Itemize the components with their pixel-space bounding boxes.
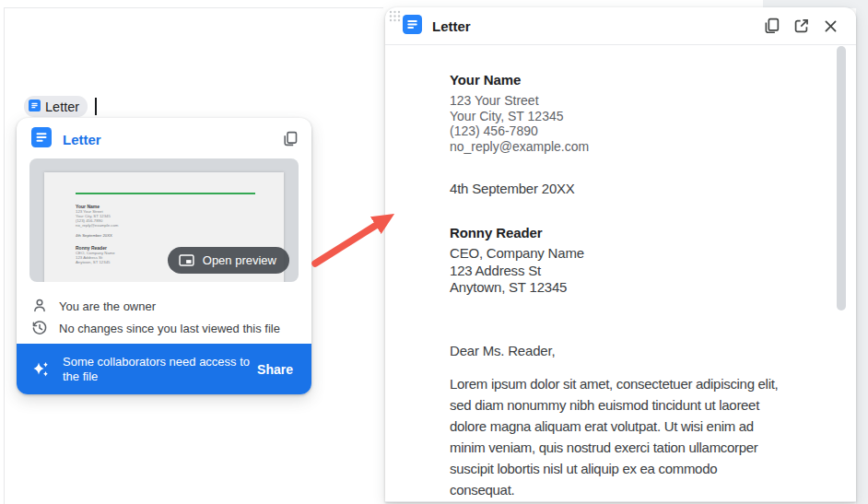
docs-icon bbox=[403, 15, 422, 38]
sparkle-icon bbox=[31, 359, 52, 380]
close-icon[interactable] bbox=[822, 18, 839, 35]
body-line: consequat. bbox=[450, 479, 778, 500]
file-hover-card: Letter Your Name 123 Your Street Your Ci… bbox=[17, 118, 311, 394]
body-line: suscipit lobortis nisl ut aliquip ex ea … bbox=[450, 458, 778, 479]
scrollbar[interactable] bbox=[837, 46, 846, 311]
background-surface bbox=[856, 0, 868, 504]
chip-label: Letter bbox=[45, 100, 79, 114]
thumb-line: Anytown, ST 12345 bbox=[76, 260, 118, 264]
thumb-date: 4th September 20XX bbox=[76, 233, 118, 238]
owner-status-text: You are the owner bbox=[59, 299, 156, 313]
recipient-line: Anytown, ST 12345 bbox=[450, 279, 584, 297]
changes-status-row: No changes since you last viewed this fi… bbox=[31, 319, 297, 337]
open-preview-label: Open preview bbox=[203, 253, 276, 267]
body-line: dolore magna aliquam erat volutpat. Ut w… bbox=[450, 416, 778, 437]
open-in-new-icon[interactable] bbox=[792, 18, 810, 35]
sender-line: 123 Your Street bbox=[450, 93, 589, 109]
document-page-top-edge bbox=[4, 7, 383, 8]
thumb-line: no_reply@example.com bbox=[76, 223, 118, 228]
letter-date: 4th September 20XX bbox=[450, 181, 575, 198]
text-cursor bbox=[95, 98, 97, 115]
person-icon bbox=[31, 298, 48, 314]
body-line: sed diam nonummy nibh euismod tincidunt … bbox=[450, 394, 778, 416]
access-banner-text: Some collaborators need access to the fi… bbox=[63, 355, 257, 384]
hover-card-header: Letter bbox=[31, 127, 299, 151]
document-page-left-edge bbox=[4, 7, 5, 504]
preview-panel-title: Letter bbox=[432, 18, 471, 34]
changes-status-text: No changes since you last viewed this fi… bbox=[59, 322, 280, 335]
recipient-name: Ronny Reader bbox=[450, 225, 543, 240]
copy-icon[interactable] bbox=[763, 18, 780, 35]
thumbnail-letterhead-rule bbox=[76, 193, 255, 194]
sender-line: Your City, ST 12345 bbox=[450, 109, 589, 124]
recipient-line: 123 Address St bbox=[450, 263, 584, 280]
picture-in-picture-icon bbox=[179, 254, 194, 266]
docs-icon bbox=[31, 127, 52, 151]
history-icon bbox=[31, 320, 48, 336]
sender-line: (123) 456-7890 bbox=[450, 123, 589, 139]
body-line: Lorem ipsum dolor sit amet, consectetuer… bbox=[450, 373, 778, 394]
docs-icon bbox=[29, 99, 41, 115]
hover-card-title[interactable]: Letter bbox=[63, 132, 101, 147]
open-preview-button[interactable]: Open preview bbox=[168, 247, 289, 274]
recipient-address: CEO, Company Name 123 Address St Anytown… bbox=[450, 245, 584, 297]
sender-address: 123 Your Street Your City, ST 12345 (123… bbox=[450, 93, 589, 154]
copy-icon[interactable] bbox=[282, 131, 299, 147]
preview-panel: Letter Your Name 123 Your Street Your Ci… bbox=[385, 7, 856, 502]
recipient-line: CEO, Company Name bbox=[450, 245, 584, 263]
access-banner: Some collaborators need access to the fi… bbox=[17, 344, 311, 394]
salutation: Dear Ms. Reader, bbox=[450, 343, 555, 360]
share-button[interactable]: Share bbox=[257, 362, 293, 377]
letter-body: Lorem ipsum dolor sit amet, consectetuer… bbox=[450, 373, 778, 500]
doc-smart-chip[interactable]: Letter bbox=[24, 96, 88, 117]
file-thumbnail[interactable]: Your Name 123 Your Street Your City, ST … bbox=[29, 158, 299, 282]
sender-line: no_reply@example.com bbox=[450, 139, 589, 155]
sender-name: Your Name bbox=[450, 72, 521, 88]
body-line: minim veniam, quis nostrud exerci tation… bbox=[450, 437, 778, 458]
thumbnail-letter-text: Your Name 123 Your Street Your City, ST … bbox=[76, 204, 118, 264]
owner-status-row: You are the owner bbox=[31, 297, 297, 315]
preview-panel-header: Letter bbox=[385, 7, 856, 45]
